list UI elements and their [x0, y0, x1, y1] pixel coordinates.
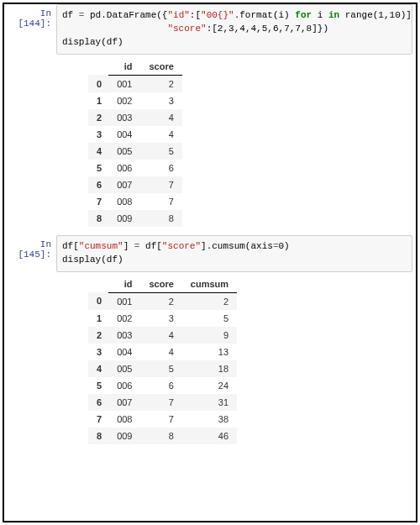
code-input[interactable]: df["cumsum"] = df["score"].cumsum(axis=0…	[56, 235, 412, 272]
table-row: 8009846	[88, 428, 237, 444]
table-cell: 13	[182, 344, 237, 360]
dataframe-table: idscore000121002320034300444005550066600…	[88, 58, 182, 227]
table-index-header	[88, 58, 108, 76]
row-index: 7	[88, 193, 108, 210]
table-column-header: score	[140, 58, 181, 76]
table-cell: 001	[108, 292, 140, 310]
table-cell: 3	[140, 310, 181, 327]
row-index: 8	[88, 428, 108, 444]
cell-output: idscorecumsum000122100235200349300441340…	[88, 276, 416, 444]
table-cell: 009	[108, 210, 140, 227]
table-cell: 31	[182, 394, 237, 411]
table-row: 40055	[88, 143, 182, 160]
row-index: 4	[88, 360, 108, 377]
table-row: 80098	[88, 210, 182, 227]
table-cell: 008	[108, 193, 140, 210]
table-cell: 2	[140, 292, 181, 310]
table-cell: 7	[140, 193, 181, 210]
table-cell: 7	[140, 411, 181, 428]
table-row: 200349	[88, 327, 237, 344]
table-row: 3004413	[88, 344, 237, 360]
code-input[interactable]: df = pd.DataFrame({"id":["00{}".format(i…	[56, 4, 412, 55]
table-row: 000122	[88, 292, 237, 310]
row-index: 8	[88, 210, 108, 227]
row-index: 5	[88, 160, 108, 176]
table-cell: 46	[182, 428, 237, 444]
row-index: 0	[88, 75, 108, 92]
table-cell: 004	[108, 344, 140, 360]
table-cell: 8	[140, 210, 181, 227]
table-cell: 2	[140, 75, 181, 92]
table-index-header	[88, 276, 108, 293]
table-row: 4005518	[88, 360, 237, 377]
table-cell: 18	[182, 360, 237, 377]
table-cell: 3	[140, 92, 181, 109]
table-row: 6007731	[88, 394, 237, 411]
table-cell: 4	[140, 344, 181, 360]
table-cell: 001	[108, 75, 140, 92]
table-cell: 6	[140, 160, 181, 176]
prompt-number: [144]:	[18, 18, 51, 29]
table-cell: 005	[108, 360, 140, 377]
table-cell: 002	[108, 310, 140, 327]
table-cell: 7	[140, 394, 181, 411]
cells-container: In [144]:df = pd.DataFrame({"id":["00{}"…	[4, 4, 416, 444]
table-cell: 7	[140, 176, 181, 193]
table-cell: 6	[140, 377, 181, 394]
table-row: 30044	[88, 126, 182, 143]
table-cell: 004	[108, 126, 140, 143]
table-cell: 9	[182, 327, 237, 344]
row-index: 6	[88, 394, 108, 411]
table-row: 20034	[88, 109, 182, 126]
table-cell: 007	[108, 176, 140, 193]
table-cell: 006	[108, 377, 140, 394]
row-index: 4	[88, 143, 108, 160]
row-index: 7	[88, 411, 108, 428]
table-cell: 008	[108, 411, 140, 428]
table-cell: 2	[182, 292, 237, 310]
row-index: 1	[88, 310, 108, 327]
prompt-label: In	[40, 239, 51, 249]
table-column-header: score	[140, 276, 181, 293]
input-prompt: In [145]:	[4, 235, 56, 260]
table-cell: 4	[140, 327, 181, 344]
table-cell: 007	[108, 394, 140, 411]
table-row: 50066	[88, 160, 182, 176]
prompt-label: In	[40, 8, 51, 18]
table-cell: 003	[108, 327, 140, 344]
table-row: 10023	[88, 92, 182, 109]
table-row: 00012	[88, 75, 182, 92]
table-cell: 4	[140, 109, 181, 126]
table-cell: 38	[182, 411, 237, 428]
code-cell: In [144]:df = pd.DataFrame({"id":["00{}"…	[4, 4, 416, 55]
row-index: 1	[88, 92, 108, 109]
notebook-frame: In [144]:df = pd.DataFrame({"id":["00{}"…	[3, 3, 417, 522]
table-cell: 5	[140, 143, 181, 160]
row-index: 2	[88, 109, 108, 126]
table-column-header: cumsum	[182, 276, 237, 293]
table-cell: 8	[140, 428, 181, 444]
row-index: 3	[88, 126, 108, 143]
row-index: 6	[88, 176, 108, 193]
row-index: 2	[88, 327, 108, 344]
row-index: 5	[88, 377, 108, 394]
table-column-header: id	[108, 58, 140, 76]
table-cell: 5	[182, 310, 237, 327]
table-row: 70087	[88, 193, 182, 210]
table-cell: 24	[182, 377, 237, 394]
row-index: 3	[88, 344, 108, 360]
table-row: 5006624	[88, 377, 237, 394]
prompt-number: [145]:	[18, 249, 51, 260]
table-cell: 006	[108, 160, 140, 176]
table-row: 100235	[88, 310, 237, 327]
cell-output: idscore000121002320034300444005550066600…	[88, 58, 416, 227]
table-cell: 003	[108, 109, 140, 126]
row-index: 0	[88, 292, 108, 310]
table-cell: 4	[140, 126, 181, 143]
table-row: 60077	[88, 176, 182, 193]
table-cell: 009	[108, 428, 140, 444]
table-cell: 5	[140, 360, 181, 377]
table-cell: 002	[108, 92, 140, 109]
dataframe-table: idscorecumsum000122100235200349300441340…	[88, 276, 237, 444]
code-cell: In [145]:df["cumsum"] = df["score"].cums…	[4, 235, 416, 272]
